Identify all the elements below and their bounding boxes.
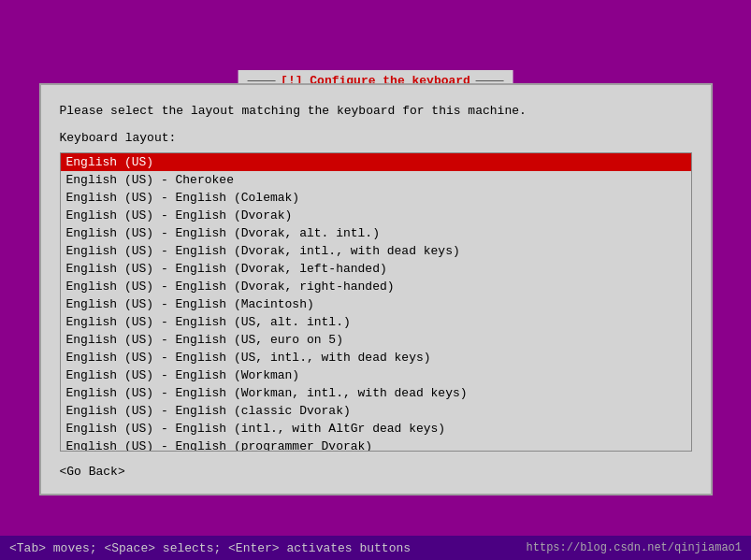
- title-bar-line-left: [247, 80, 275, 81]
- dialog-content: Please select the layout matching the ke…: [41, 85, 711, 494]
- list-item[interactable]: English (US) - Cherokee: [61, 171, 691, 189]
- list-item[interactable]: English (US) - English (Workman): [61, 366, 691, 384]
- list-item[interactable]: English (US) - English (US, euro on 5): [61, 331, 691, 349]
- dialog-box: Please select the layout matching the ke…: [39, 83, 713, 495]
- list-item[interactable]: English (US) - English (classic Dvorak): [61, 402, 691, 420]
- dialog-wrapper: [!] Configure the keyboard Please select…: [39, 83, 713, 495]
- description-text: Please select the layout matching the ke…: [60, 104, 692, 118]
- list-item[interactable]: English (US) - English (Workman, intl., …: [61, 384, 691, 402]
- title-bar-line-right: [476, 80, 504, 81]
- list-item[interactable]: English (US) - English (intl., with AltG…: [61, 420, 691, 438]
- list-item[interactable]: English (US) - English (Dvorak): [61, 207, 691, 224]
- list-item[interactable]: English (US) - English (US, intl., with …: [61, 349, 691, 366]
- go-back-button[interactable]: <Go Back>: [60, 465, 692, 479]
- list-item[interactable]: English (US) - English (Dvorak, left-han…: [61, 260, 691, 278]
- keyboard-layout-list[interactable]: English (US)English (US) - CherokeeEngli…: [60, 152, 692, 452]
- status-hint: <Tab> moves; <Space> selects; <Enter> ac…: [9, 541, 411, 555]
- list-item[interactable]: English (US) - English (US, alt. intl.): [61, 313, 691, 331]
- list-item[interactable]: English (US): [61, 153, 691, 171]
- list-item[interactable]: English (US) - English (programmer Dvora…: [61, 438, 691, 452]
- list-item[interactable]: English (US) - English (Dvorak, intl., w…: [61, 242, 691, 260]
- list-item[interactable]: English (US) - English (Colemak): [61, 189, 691, 207]
- url-text: https://blog.csdn.net/qinjiamao1: [527, 541, 742, 554]
- list-item[interactable]: English (US) - English (Macintosh): [61, 295, 691, 313]
- status-bar: <Tab> moves; <Space> selects; <Enter> ac…: [0, 536, 751, 560]
- list-item[interactable]: English (US) - English (Dvorak, right-ha…: [61, 278, 691, 295]
- list-item[interactable]: English (US) - English (Dvorak, alt. int…: [61, 224, 691, 242]
- section-label: Keyboard layout:: [60, 131, 692, 145]
